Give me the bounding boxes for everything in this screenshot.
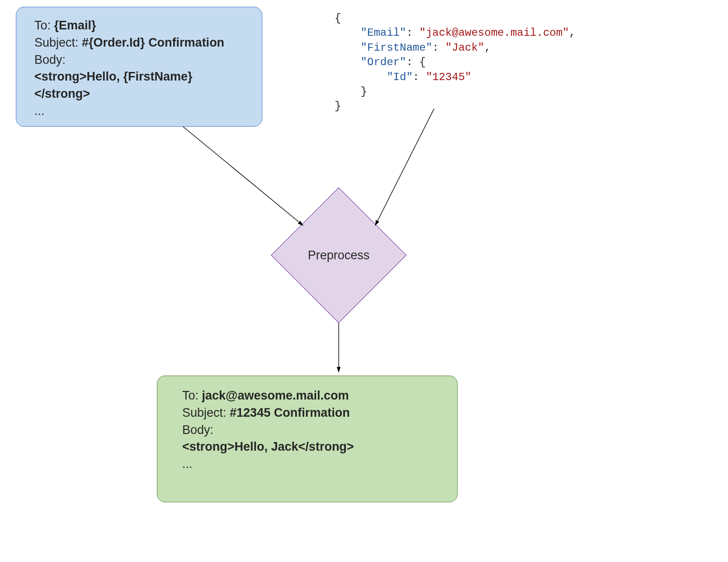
json-data-box: { "Email": "jack@awesome.mail.com", "Fir… — [335, 11, 576, 114]
json-email-val: "jack@awesome.mail.com" — [419, 27, 569, 39]
json-comma: , — [569, 27, 576, 39]
template-body-line1: <strong>Hello, {FirstName} — [34, 68, 244, 86]
json-brace-close: } — [335, 100, 341, 112]
output-subject-value: #12345 Confirmation — [230, 406, 350, 419]
json-colon: : — [432, 42, 445, 54]
preprocess-label: Preprocess — [308, 248, 370, 262]
output-box: To: jack@awesome.mail.com Subject: #1234… — [157, 376, 458, 502]
to-label: To: — [34, 19, 54, 32]
template-body-line2: </strong> — [34, 86, 244, 103]
json-order-key: "Order" — [361, 56, 407, 68]
output-body-label: Body: — [182, 422, 432, 439]
template-subject-line: Subject: #{Order.Id} Confirmation — [34, 34, 244, 52]
json-id-key: "Id" — [387, 71, 413, 83]
json-firstname-key: "FirstName" — [361, 42, 432, 54]
template-body-label: Body: — [34, 52, 244, 69]
output-subject-line: Subject: #12345 Confirmation — [182, 405, 432, 422]
output-body-line1: <strong>Hello, Jack</strong> — [182, 438, 432, 456]
to-value: {Email} — [54, 19, 96, 32]
template-ellipsis: ... — [34, 103, 244, 120]
diagram-canvas: To: {Email} Subject: #{Order.Id} Confirm… — [0, 0, 728, 562]
json-comma: , — [484, 42, 491, 54]
json-firstname-val: "Jack" — [445, 42, 484, 54]
json-brace-open: { — [335, 12, 341, 24]
json-inner-close: } — [361, 86, 367, 98]
json-email-key: "Email" — [361, 27, 407, 39]
output-to-label: To: — [182, 389, 202, 402]
template-to-line: To: {Email} — [34, 17, 244, 34]
output-subject-label: Subject: — [182, 406, 230, 419]
json-colon: : — [406, 27, 419, 39]
subject-label: Subject: — [34, 36, 82, 49]
output-to-value: jack@awesome.mail.com — [202, 389, 349, 402]
subject-value: #{Order.Id} Confirmation — [82, 36, 224, 49]
template-box: To: {Email} Subject: #{Order.Id} Confirm… — [16, 7, 262, 127]
output-ellipsis: ... — [182, 456, 432, 473]
json-colon: : — [413, 71, 426, 83]
preprocess-node: Preprocess — [271, 187, 407, 323]
output-to-line: To: jack@awesome.mail.com — [182, 387, 432, 405]
json-id-val: "12345" — [426, 71, 472, 83]
json-order-open: : { — [406, 56, 425, 68]
